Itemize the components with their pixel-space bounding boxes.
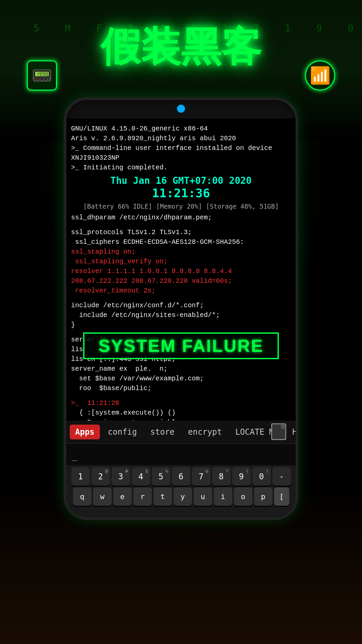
terminal-screen: GNU/LINUX 4.15.0-26_generic x86-64 Aris … [66, 118, 296, 517]
key-3[interactable]: 3# [112, 467, 130, 486]
tab-store[interactable]: store [145, 425, 180, 439]
closing-brace1: } [71, 320, 291, 330]
keyboard: 1 2@ 3# 4$ 5% 6 7& 8* 9( 0) - q w e r t … [66, 465, 296, 517]
tab-config[interactable]: config [103, 425, 142, 439]
key-o[interactable]: o [234, 487, 252, 506]
prompt1-time: >_ 11:21:26 [71, 398, 291, 408]
key-bracket[interactable]: [ [274, 487, 289, 506]
tabs-bar: Apps config store encrypt LOCATE ME HLP [66, 421, 296, 443]
include-confd: include /etc/nginx/conf.d/*.conf; [71, 301, 291, 310]
key-e[interactable]: e [113, 487, 132, 506]
sys-info-line1: GNU/LINUX 4.15.0-26_generic x86-64 [71, 124, 291, 133]
sys-info-line3: >_ Command-line user interface installed… [71, 143, 291, 163]
sys-info-line4: >_ Initiating completed. [71, 163, 291, 172]
volume-up-button [64, 201, 66, 221]
key-9[interactable]: 9( [232, 467, 251, 486]
volume-down-button [64, 227, 66, 254]
key-y[interactable]: y [174, 487, 192, 506]
resolver-timeout: resolver_timeout 2s; [71, 286, 291, 296]
key-w[interactable]: w [93, 487, 112, 506]
key-2[interactable]: 2@ [92, 467, 110, 486]
sys-info-line2: Aris v. 2.6.9.8920_nightly aris abui 202… [71, 133, 291, 143]
ssl-stapling-verify: ssl_stapling_verify on; [71, 257, 291, 266]
key-i[interactable]: i [214, 487, 232, 506]
ssl-protocols: ssl_protocols TLSv1.2 TLSv1.3; [71, 227, 291, 237]
key-r[interactable]: r [133, 487, 152, 506]
file-icon[interactable] [271, 423, 286, 440]
keyboard-number-row: 1 2@ 3# 4$ 5% 6 7& 8* 9( 0) - [68, 467, 294, 486]
app-title: 假装黑客 [0, 20, 362, 75]
key-4[interactable]: 4$ [132, 467, 150, 486]
tab-encrypt[interactable]: encrypt [183, 425, 227, 439]
include-sites: include /etc/nginx/sites-enabled/*; [71, 310, 291, 320]
key-5[interactable]: 5% [152, 467, 170, 486]
set-base: set $base /var/www/example.com; [71, 374, 291, 383]
input-area[interactable]: _ [66, 443, 296, 467]
keyboard-letter-row: q w e r t y u i o p [ [68, 487, 294, 506]
power-button [296, 227, 298, 258]
server-name: server_name ex ple. n; [71, 364, 291, 374]
ssl-ciphers: ssl_ciphers ECDHE-ECDSA-AES128-GCM-SHA25… [71, 237, 291, 247]
key-7[interactable]: 7& [192, 467, 210, 486]
key-q[interactable]: q [73, 487, 92, 506]
key-dash[interactable]: - [273, 467, 291, 486]
key-p[interactable]: p [254, 487, 273, 506]
resolver-line: resolver 1.1.1.1 1.0.0.1 8.8.8.0 8.8.4.4… [71, 266, 291, 286]
time-text: 11:21:36 [71, 186, 291, 200]
key-t[interactable]: t [154, 487, 172, 506]
tab-hlp[interactable]: HLP [287, 425, 296, 439]
battery-info: [Battery 66% IDLE] [Memory 20%] [Storage… [71, 203, 291, 210]
key-8[interactable]: 8* [212, 467, 231, 486]
system-failure-text: SYSTEM FAILURE [99, 336, 264, 356]
prompt1-exec: { :[system.execute()) () [71, 408, 291, 418]
system-failure-banner: SYSTEM FAILURE [83, 332, 279, 359]
key-1[interactable]: 1 [71, 467, 90, 486]
ssl-stapling-on: ssl_stapling on; [71, 247, 291, 257]
phone-frame: GNU/LINUX 4.15.0-26_generic x86-64 Aris … [64, 97, 298, 520]
tab-apps[interactable]: Apps [70, 425, 100, 439]
key-u[interactable]: u [194, 487, 212, 506]
date-text: Thu Jan 16 GMT+07:00 2020 [71, 175, 291, 186]
root-dir: roo $base/public; [71, 383, 291, 393]
side-button-3 [64, 259, 66, 286]
phone-notch [177, 105, 185, 113]
key-0[interactable]: 0) [252, 467, 271, 486]
cursor-line: _ [72, 450, 77, 461]
key-6[interactable]: 6 [172, 467, 190, 486]
datetime-display: Thu Jan 16 GMT+07:00 2020 11:21:36 [71, 175, 291, 200]
ssl-dhparam: ssl_dhparam /etc/nginx/dhparam.pem; [71, 213, 291, 222]
